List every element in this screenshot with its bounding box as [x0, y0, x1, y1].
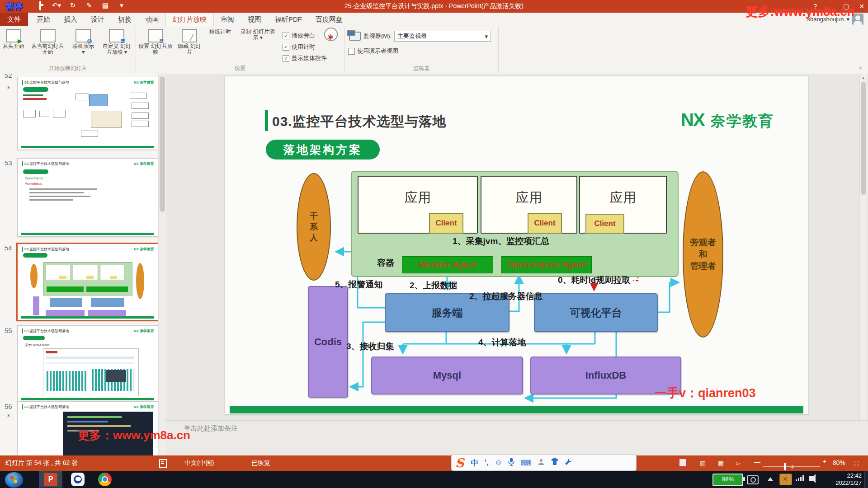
monitor-agent-box[interactable]: Monitor Agent: [402, 256, 493, 273]
taskbar-powerpoint[interactable]: P: [39, 471, 62, 488]
use-timings-checkbox[interactable]: ✓ 使用计时: [283, 43, 327, 51]
present-online-button[interactable]: ◍ 联机演示 ▾: [69, 28, 98, 56]
checkbox-checked-icon[interactable]: ✓: [283, 44, 289, 51]
undo-dropdown-icon[interactable]: ▾: [58, 1, 61, 9]
taskbar-app-goose[interactable]: [66, 471, 90, 488]
from-beginning-button[interactable]: ▶ 从头开始: [0, 28, 27, 50]
normal-view-icon[interactable]: ▥: [700, 460, 706, 467]
scroll-up-icon[interactable]: ▲: [861, 75, 865, 80]
tab-home[interactable]: 开始: [30, 13, 57, 26]
record-slideshow-button[interactable]: ◉ 录制 幻灯片演示 ▾: [236, 28, 279, 42]
zoom-slider-thumb[interactable]: [784, 463, 786, 470]
close-button[interactable]: ✕: [859, 0, 864, 13]
tab-insert[interactable]: 插入: [57, 13, 84, 26]
zoom-percent[interactable]: 80%: [833, 459, 845, 466]
tab-design[interactable]: 设计: [84, 13, 111, 26]
voice-input-icon[interactable]: [508, 458, 514, 468]
fit-to-window-icon[interactable]: ⛶: [854, 460, 859, 467]
checkbox-checked-icon[interactable]: ✓: [283, 33, 289, 39]
punctuation-mode-icon[interactable]: ’,: [485, 458, 489, 467]
battery-indicator[interactable]: 98%: [712, 474, 743, 486]
tab-transitions[interactable]: 切换: [111, 13, 138, 26]
tab-animations[interactable]: 动画: [138, 13, 165, 26]
checkbox-unchecked-icon[interactable]: [348, 48, 355, 55]
zoom-out-button[interactable]: —: [754, 458, 760, 465]
slide-thumbnail-52[interactable]: 03.监控平台技术选型与落地 NX 奈学教育: [17, 77, 158, 150]
panel-scrollbar[interactable]: [158, 74, 166, 455]
tray-gold-icon[interactable]: [779, 474, 792, 485]
monitor-select[interactable]: 主要监视器 ▾: [394, 31, 491, 42]
skin-icon[interactable]: [551, 458, 559, 467]
taskbar-clock[interactable]: 22:42 2022/1/27: [835, 472, 862, 487]
editor-scrollbar-thumb[interactable]: [861, 82, 866, 195]
client-box-2[interactable]: Client: [528, 213, 562, 234]
sogou-logo[interactable]: S: [455, 456, 464, 470]
spellcheck-icon[interactable]: [159, 459, 167, 468]
hide-slide-button[interactable]: ╱ 隐藏 幻灯片: [175, 28, 204, 56]
play-narrations-checkbox[interactable]: ✓ 播放旁白: [283, 32, 327, 40]
visualization-box[interactable]: 可视化平台: [534, 293, 658, 332]
custom-slideshow-button[interactable]: ≣ 自定义 幻灯片放映 ▾: [98, 28, 136, 56]
deco-shape: [75, 94, 89, 100]
tab-foxit-pdf[interactable]: 福昕PDF: [268, 13, 309, 26]
slideshow-view-icon[interactable]: ▻: [736, 460, 741, 467]
client-box-1[interactable]: Client: [429, 213, 463, 234]
from-current-slide-button[interactable]: ◔ 从当前幻灯片 开始: [27, 28, 68, 56]
taskbar-chrome[interactable]: [93, 471, 117, 488]
language-status[interactable]: 中文(中国): [184, 459, 214, 467]
tray-expand-icon[interactable]: [768, 477, 773, 481]
redo-icon[interactable]: ↻: [68, 1, 78, 9]
network-signal-icon[interactable]: [796, 475, 804, 481]
tab-file[interactable]: 文件: [0, 13, 28, 26]
tab-slideshow[interactable]: 幻灯片放映: [165, 13, 214, 26]
notes-placeholder[interactable]: 单击此处添加备注: [184, 424, 238, 433]
client-box-3[interactable]: Client: [585, 214, 624, 234]
setup-slideshow-button[interactable]: ≣ 设置 幻灯片放映: [136, 28, 175, 56]
rehearse-timings-button[interactable]: ◷ 排练计时: [204, 28, 236, 36]
save-icon[interactable]: [35, 2, 45, 9]
use-presenter-view-checkbox[interactable]: 使用演示者视图: [348, 47, 495, 55]
tray-notebook-icon[interactable]: [677, 457, 688, 469]
slide-thumbnail-55[interactable]: 03.监控平台技术选型与落地 NX 奈学教育 基于Open-Falcon: [17, 325, 158, 402]
open-falcon-agent-box[interactable]: Open-Falcon Agent: [501, 256, 592, 273]
tab-review[interactable]: 审阅: [214, 13, 241, 26]
tab-view[interactable]: 视图: [241, 13, 268, 26]
volume-icon[interactable]: [809, 476, 813, 481]
customize-qat-icon[interactable]: ▾: [117, 1, 127, 9]
editor-scrollbar[interactable]: ▲: [859, 74, 867, 455]
undo-icon[interactable]: ↶▾: [52, 1, 61, 9]
slide-title[interactable]: 03.监控平台技术选型与落地: [272, 113, 447, 131]
soft-keyboard-icon[interactable]: ⌨: [520, 458, 532, 468]
start-button[interactable]: [5, 472, 24, 488]
mysql-box[interactable]: Mysql: [371, 357, 523, 394]
checkbox-checked-icon[interactable]: ✓: [283, 55, 289, 62]
slide-sorter-icon[interactable]: ▦: [718, 460, 724, 467]
deco-shape: [23, 94, 43, 96]
codis-box[interactable]: Codis: [308, 286, 348, 398]
status-bar: 幻灯片 第 54 张 , 共 62 张 中文(中国) 已恢复 ▥ ▦ ▻ — +…: [0, 455, 868, 471]
slide-thumbnail-54-selected[interactable]: 03.监控平台技术选型与落地 NX 奈学教育: [16, 243, 159, 321]
display-capture-icon[interactable]: [747, 475, 759, 484]
touch-mode-icon[interactable]: ✎: [84, 1, 94, 9]
collapse-ribbon-icon[interactable]: ^: [859, 65, 862, 72]
input-mode-chinese[interactable]: 中: [471, 458, 479, 468]
slide-counter[interactable]: 幻灯片 第 54 张 , 共 62 张: [5, 459, 78, 467]
stakeholder-ellipse[interactable]: 干 系 人: [297, 173, 331, 281]
notes-pane[interactable]: 单击此处添加备注: [166, 420, 868, 456]
observer-ellipse[interactable]: 旁观者 和 管理者: [683, 171, 723, 338]
sogou-input-bar[interactable]: S 中 ’, ☺ ⌨: [451, 455, 637, 471]
toolbox-wrench-icon[interactable]: [565, 458, 572, 468]
account-panel-icon[interactable]: [538, 458, 545, 468]
tab-baidu-netdisk[interactable]: 百度网盘: [309, 13, 349, 26]
zoom-in-button[interactable]: +: [823, 458, 826, 465]
show-media-controls-checkbox[interactable]: ✓ 显示媒体控件: [283, 54, 327, 62]
slide-thumbnail-53[interactable]: 03.监控平台技术选型与落地 NX 奈学教育 Open-Falcon Prome…: [17, 158, 158, 237]
slide-canvas[interactable]: 03.监控平台技术选型与落地 NX 奈学教育 落地架构方案: [225, 76, 808, 414]
emoji-icon[interactable]: ☺: [495, 458, 502, 467]
preview-icon[interactable]: ▤: [100, 1, 110, 9]
panel-scrollbar-thumb[interactable]: [160, 76, 165, 212]
chevron-down-icon[interactable]: ▾: [485, 33, 488, 40]
show-desktop-button[interactable]: [864, 471, 868, 488]
recorder-pause-overlay[interactable]: 暂停: [5, 1, 23, 13]
section-pill[interactable]: 落地架构方案: [266, 140, 380, 160]
